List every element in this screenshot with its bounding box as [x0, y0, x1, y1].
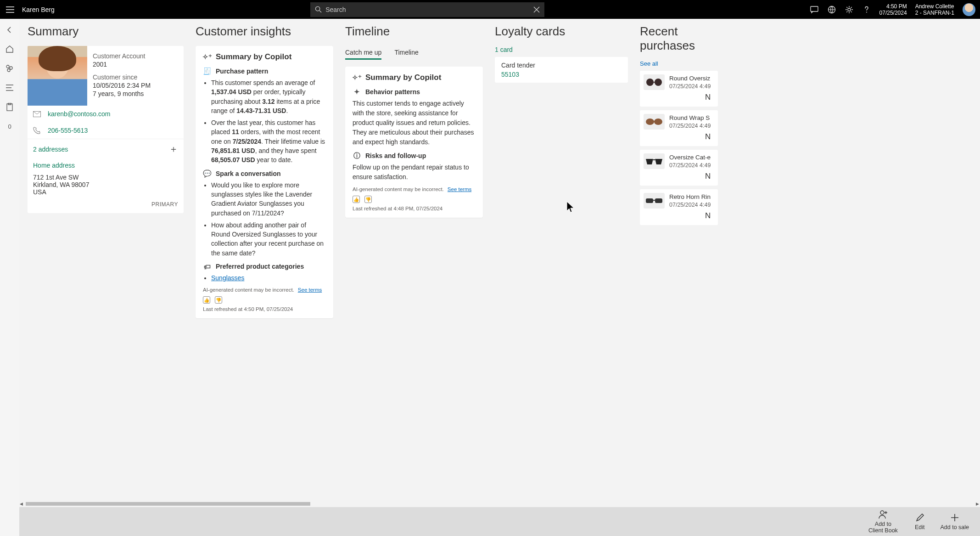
user-name: Andrew Collette [915, 3, 954, 10]
hamburger-icon [6, 6, 14, 13]
svg-rect-2 [811, 6, 818, 11]
datetime-display: 4:50 PM 07/25/2024 [879, 3, 907, 16]
time-text: 4:50 PM [879, 3, 907, 10]
svg-point-4 [848, 8, 851, 11]
chat-icon[interactable] [810, 5, 819, 14]
store-name: 2 - SANFRAN-1 [915, 10, 954, 16]
top-bar: Karen Berg 4:50 PM 07/25/2024 Andrew Col… [0, 0, 980, 19]
settings-icon[interactable] [845, 5, 854, 14]
nav-menu-button[interactable] [5, 4, 16, 15]
svg-line-1 [319, 11, 321, 12]
search-icon [315, 6, 322, 13]
user-avatar[interactable] [963, 3, 975, 16]
page-title: Karen Berg [22, 6, 55, 13]
svg-point-5 [866, 11, 867, 12]
clear-search-button[interactable] [533, 6, 540, 13]
search-box[interactable] [310, 2, 544, 17]
search-input[interactable] [325, 6, 533, 13]
svg-point-0 [316, 6, 320, 11]
date-text: 07/25/2024 [879, 10, 907, 16]
user-info: Andrew Collette 2 - SANFRAN-1 [915, 3, 954, 16]
globe-icon[interactable] [827, 5, 836, 14]
help-icon[interactable] [862, 5, 871, 14]
